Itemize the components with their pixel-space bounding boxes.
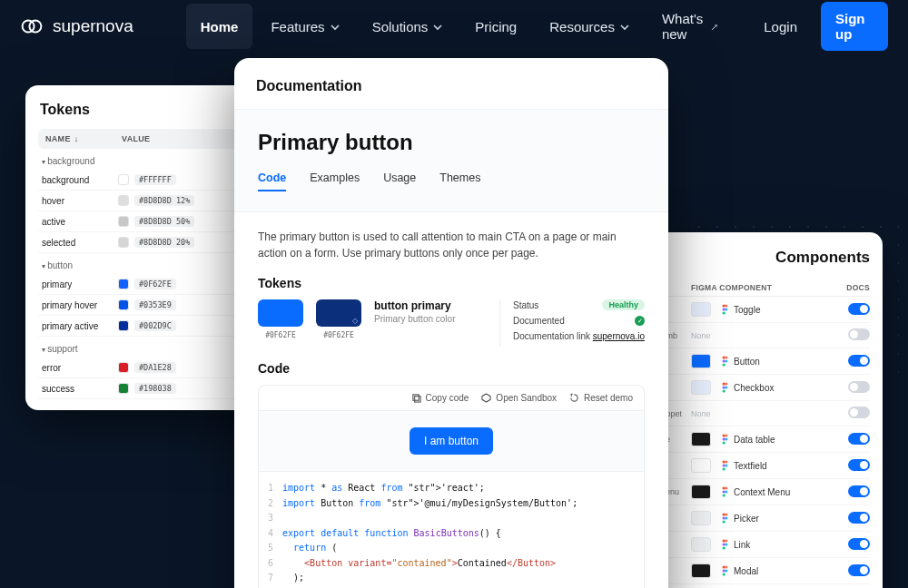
svg-point-38 <box>725 539 727 542</box>
component-row[interactable]: gleToggle <box>646 297 870 323</box>
component-thumb <box>691 511 711 525</box>
token-name: success <box>42 384 118 394</box>
component-fig-name: Data table <box>734 435 775 445</box>
token-tile[interactable]: #0F62FE <box>258 299 303 339</box>
svg-point-18 <box>725 434 727 436</box>
svg-rect-48 <box>414 397 419 402</box>
login-link[interactable]: Login <box>753 12 808 42</box>
code-card: Copy code Open Sandbox Reset demo I am b… <box>258 385 645 588</box>
components-panel: Components E FIGMA COMPONENT DOCS gleTog… <box>633 232 883 588</box>
doc-title: Primary button <box>258 130 645 155</box>
token-hex: #0353E9 <box>134 299 176 310</box>
figma-icon <box>721 539 729 550</box>
component-row[interactable]: Link <box>646 532 870 558</box>
token-hex: #002D9C <box>134 320 176 331</box>
component-fig-name: Context Menu <box>734 487 790 497</box>
svg-point-26 <box>723 467 725 470</box>
component-none: None <box>691 331 711 340</box>
component-row[interactable]: adcrumbNone <box>646 323 870 348</box>
token-info-name: button primary <box>374 299 487 312</box>
tab-code[interactable]: Code <box>258 172 286 191</box>
component-fig-name: Modal <box>734 566 758 576</box>
svg-point-28 <box>725 486 727 489</box>
docs-toggle[interactable] <box>848 407 870 418</box>
component-fig-name: Textfield <box>734 461 767 471</box>
docs-toggle[interactable] <box>848 433 870 445</box>
svg-point-25 <box>725 464 727 466</box>
open-sandbox-button[interactable]: Open Sandbox <box>481 393 557 403</box>
nav-link-what-s-new[interactable]: What's new→ <box>647 4 735 49</box>
svg-point-15 <box>725 386 727 388</box>
svg-point-40 <box>725 543 727 545</box>
component-fig-name: Link <box>734 540 750 550</box>
status-badge: Healthy <box>602 299 645 310</box>
tab-themes[interactable]: Themes <box>439 172 480 191</box>
token-swatch <box>118 237 129 248</box>
reset-demo-button[interactable]: Reset demo <box>569 393 633 403</box>
component-row[interactable]: tonButton <box>646 348 870 375</box>
component-row[interactable]: le SnippetNone <box>646 401 870 426</box>
component-row[interactable]: a tableData table <box>646 426 870 453</box>
svg-point-21 <box>723 441 725 444</box>
svg-point-23 <box>725 460 727 463</box>
signup-button[interactable]: Sign up <box>821 2 888 51</box>
svg-point-20 <box>725 437 727 440</box>
code-block: 1import * as React from "str">'react';2i… <box>259 472 644 588</box>
token-name: primary <box>42 279 118 289</box>
tab-usage[interactable]: Usage <box>383 172 416 191</box>
svg-point-6 <box>723 311 725 314</box>
demo-primary-button[interactable]: I am button <box>410 427 493 455</box>
docs-toggle[interactable] <box>848 459 870 471</box>
nav-link-features[interactable]: Features <box>256 4 353 49</box>
brand[interactable]: supernova <box>20 15 133 38</box>
doc-link[interactable]: supernova.io <box>593 331 645 341</box>
docs-toggle[interactable] <box>848 328 870 340</box>
component-row[interactable]: erPicker <box>646 505 870 532</box>
svg-point-43 <box>725 565 727 568</box>
top-nav: supernova HomeFeaturesSolutionsPricingRe… <box>0 0 908 53</box>
chevron-down-icon <box>433 19 442 34</box>
component-row[interactable]: ext MenuContext Menu <box>646 479 870 505</box>
docs-toggle[interactable] <box>848 381 870 393</box>
token-hex: #0F62FE <box>316 331 361 339</box>
docs-toggle[interactable] <box>848 485 870 497</box>
nav-link-resources[interactable]: Resources <box>535 4 644 49</box>
code-line: import * as React from "str">'react'; <box>282 481 485 496</box>
token-hex: #8D8D8D 20% <box>134 237 194 248</box>
component-thumb <box>691 354 711 368</box>
token-hex: #8D8D8D 50% <box>134 216 194 227</box>
docs-toggle[interactable] <box>848 564 870 576</box>
copy-code-button[interactable]: Copy code <box>411 393 469 403</box>
docs-toggle[interactable] <box>848 355 870 367</box>
component-row[interactable]: ckboxCheckbox <box>646 375 870 401</box>
token-name: selected <box>42 238 118 248</box>
nav-link-solutions[interactable]: Solutions <box>358 4 458 49</box>
component-row[interactable]: odownNone <box>646 584 870 588</box>
component-thumb <box>691 380 711 395</box>
docs-toggle[interactable] <box>848 538 870 550</box>
nav-link-pricing[interactable]: Pricing <box>460 4 531 49</box>
component-thumb <box>691 485 711 499</box>
component-fig-name: Button <box>734 357 760 367</box>
token-tile[interactable]: ◇ #0F62FE <box>316 299 361 339</box>
svg-point-3 <box>725 304 727 307</box>
token-hex: #8D8D8D 12% <box>134 195 194 206</box>
token-name: primary active <box>42 321 118 331</box>
svg-point-16 <box>723 389 725 392</box>
tab-examples[interactable]: Examples <box>310 172 360 191</box>
chevron-down-icon <box>620 19 629 34</box>
svg-point-1 <box>29 21 41 33</box>
figma-icon <box>721 486 729 497</box>
token-hex: #198038 <box>134 383 176 394</box>
token-swatch <box>118 362 129 373</box>
component-row[interactable]: fieldTextfield <box>646 453 870 479</box>
docs-toggle[interactable] <box>848 512 870 524</box>
svg-point-35 <box>725 516 727 519</box>
component-row[interactable]: alModal <box>646 558 870 584</box>
components-title: Components <box>646 249 870 267</box>
components-table-header: E FIGMA COMPONENT DOCS <box>646 279 870 297</box>
svg-point-41 <box>723 546 725 549</box>
docs-toggle[interactable] <box>848 303 870 315</box>
nav-link-home[interactable]: Home <box>186 4 253 49</box>
token-swatch <box>118 216 129 227</box>
